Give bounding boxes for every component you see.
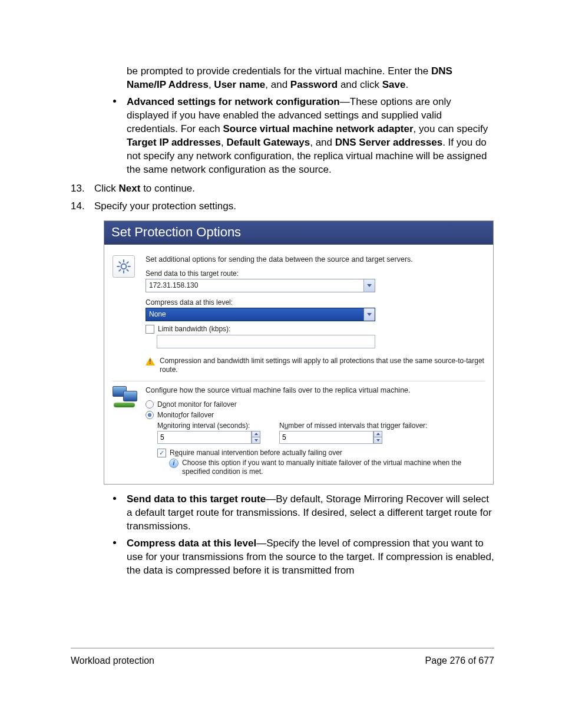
intro-user: User name <box>214 79 265 90</box>
step-number: 14. <box>71 200 85 212</box>
info-text: Choose this option if you want to manual… <box>182 459 485 477</box>
warning-text: Compression and bandwidth limit settings… <box>160 357 485 375</box>
gear-icon <box>113 255 135 278</box>
spin-down-icon[interactable] <box>252 437 260 444</box>
route-value: 172.31.158.130 <box>146 281 363 289</box>
spin-up-icon[interactable] <box>252 431 260 437</box>
target-route-combo[interactable]: 172.31.158.130 <box>146 279 375 292</box>
limit-bandwidth-label: Limit bandwidth (kbps): <box>158 325 230 333</box>
step-13: 13. Click Next to continue. <box>71 183 494 195</box>
compress-label: Compress data at this level: <box>146 298 485 307</box>
missed-intervals-spinner[interactable] <box>279 431 382 444</box>
spin-down-icon[interactable] <box>373 437 382 444</box>
interval-input[interactable] <box>157 431 252 444</box>
section2-description: Configure how the source virtual machine… <box>146 386 485 394</box>
radio-monitor[interactable]: Monitor for failover <box>146 411 485 419</box>
bullet-advanced-settings: Advanced settings for network configurat… <box>71 95 494 177</box>
intro-password: Password <box>290 79 338 90</box>
compress-level-combo[interactable]: None <box>146 308 375 321</box>
missed-label: Number of missed intervals that trigger … <box>279 421 427 430</box>
step-number: 13. <box>71 183 85 195</box>
step-14: 14. Specify your protection settings. <box>71 200 494 212</box>
bullet-title: Advanced settings for network configurat… <box>127 96 340 107</box>
chevron-down-icon[interactable] <box>363 279 375 292</box>
bullet-send-data: Send data to this target route—By defaul… <box>71 493 494 533</box>
bullet-icon <box>113 497 116 500</box>
compress-value: None <box>146 310 363 318</box>
intro-text: be prompted to provide credentials for t… <box>127 65 431 77</box>
radio-do-not-monitor[interactable]: Do not monitor for failover <box>146 400 485 409</box>
info-icon: i <box>169 459 178 468</box>
interval-label: Monitoring interval (seconds): <box>157 421 260 430</box>
warning-icon <box>146 357 155 365</box>
protection-options-dialog: Set Protection Options Set additional op… <box>104 220 494 485</box>
section1-description: Set additional options for sending the d… <box>146 255 485 263</box>
dialog-title: Set Protection Options <box>104 221 493 245</box>
spin-up-icon[interactable] <box>373 431 382 437</box>
missed-input[interactable] <box>279 431 373 444</box>
manual-intervention-checkbox[interactable]: ✓ <box>157 449 166 457</box>
chevron-down-icon[interactable] <box>363 308 375 321</box>
bullet-compress-data: Compress data at this level—Specify the … <box>71 537 494 578</box>
manual-intervention-label: Require manual intervention before actua… <box>170 449 342 457</box>
route-label: Send data to this target route: <box>146 269 485 278</box>
bandwidth-input[interactable] <box>157 335 375 348</box>
footer-page: Page 276 of 677 <box>425 655 494 666</box>
bullet-icon <box>113 100 116 103</box>
network-icon <box>113 386 138 407</box>
limit-bandwidth-checkbox[interactable] <box>146 325 154 334</box>
intro-save: Save <box>382 79 406 90</box>
svg-point-0 <box>121 263 127 269</box>
footer-section: Workload protection <box>71 655 154 666</box>
bullet-icon <box>113 541 116 544</box>
monitoring-interval-spinner[interactable] <box>157 431 260 444</box>
